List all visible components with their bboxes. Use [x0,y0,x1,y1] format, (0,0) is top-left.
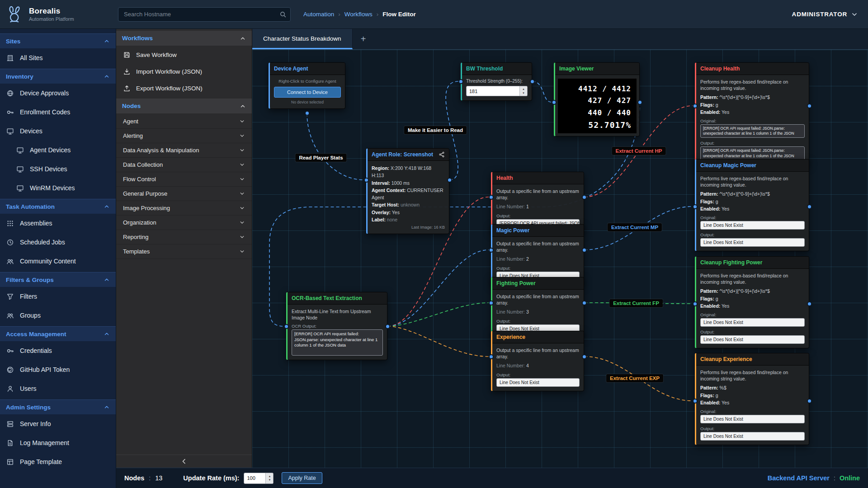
export-workflow-button[interactable]: Export Workflow (JSON) [116,80,252,97]
sidebar-item-server-info[interactable]: Server Info [0,414,116,433]
node-health[interactable]: Health Output a specific line from an up… [491,172,584,232]
sidebar-item-assemblies[interactable]: Assemblies [0,214,116,233]
node-category-data-analysis[interactable]: Data Analysis & Manipulation [116,143,252,158]
connection-handle[interactable] [582,300,587,305]
connection-handle[interactable] [489,248,494,253]
import-workflow-button[interactable]: Import Workflow (JSON) [116,63,252,80]
sidebar-item-community-content[interactable]: Community Content [0,252,116,271]
connection-handle[interactable] [284,324,289,329]
node-category-alerting[interactable]: Alerting [116,129,252,143]
sidebar-item-device-approvals[interactable]: Device Approvals [0,84,116,103]
spinner-up-icon[interactable]: ▲ [268,474,271,478]
connection-handle[interactable] [807,399,812,404]
user-menu[interactable]: ADMINISTRATOR [792,11,868,18]
section-sites[interactable]: Sites [0,33,116,48]
section-task-automation[interactable]: Task Automation [0,199,116,214]
connection-handle[interactable] [364,178,369,183]
node-ocr-text-extraction[interactable]: OCR-Based Text Extraction Extract Multi-… [286,292,387,360]
node-fighting-power[interactable]: Fighting Power Output a specific line fr… [491,277,584,338]
node-category-data-collection[interactable]: Data Collection [116,158,252,172]
node-category-image-processing[interactable]: Image Processing [116,201,252,216]
node-image-viewer[interactable]: Image Viewer 4412 / 4412 427 / 427 440 /… [554,62,640,136]
connection-handle[interactable] [693,103,698,108]
connection-handle[interactable] [693,399,698,404]
node-category-flow-control[interactable]: Flow Control [116,172,252,187]
section-filters-groups[interactable]: Filters & Groups [0,272,116,287]
node-category-templates[interactable]: Templates [116,244,252,259]
connection-handle[interactable] [693,301,698,306]
connection-handle[interactable] [582,354,587,359]
connection-handle[interactable] [807,103,812,108]
node-cleanup-health[interactable]: Cleanup Health Performs live regex-based… [695,62,809,165]
flow-canvas[interactable]: Device Agent Right-Click to Configure Ag… [252,50,868,468]
apply-rate-button[interactable]: Apply Rate [282,472,322,484]
edge-ocr-to-experience[interactable] [387,326,489,357]
node-category-reporting[interactable]: Reporting [116,230,252,244]
sidebar-item-log-management[interactable]: Log Management [0,433,116,452]
sidebar-item-ssh-devices[interactable]: SSH Devices [0,160,116,178]
connection-handle[interactable] [305,111,310,116]
edge-ocr-to-fighting[interactable] [387,303,489,326]
node-cleanup-magic-power[interactable]: Cleanup Magic Power Performs live regex-… [695,159,809,251]
edge-device-to-screenshot[interactable] [307,113,364,180]
node-cleanup-fighting-power[interactable]: Cleanup Fighting Power Performs live reg… [695,256,809,348]
connection-handle[interactable] [530,79,535,84]
share-icon[interactable] [439,151,445,158]
edge-ocr-to-magic[interactable] [387,250,489,326]
tab-character-status-breakdown[interactable]: Character Status Breakdown [252,29,353,49]
spinner-down-icon[interactable]: ▼ [522,91,525,95]
edge-threshold-to-viewer[interactable] [532,81,552,102]
node-magic-power[interactable]: Magic Power Output a specific line from … [491,224,584,285]
node-category-agent[interactable]: Agent [116,114,252,129]
section-inventory[interactable]: Inventory [0,69,116,84]
connection-handle[interactable] [489,195,494,200]
node-cleanup-experience[interactable]: Cleanup Experience Performs live regex-b… [695,353,809,445]
connect-to-device-button[interactable]: Connect to Device [274,87,341,98]
connection-handle[interactable] [582,248,587,253]
section-admin-settings[interactable]: Admin Settings [0,399,116,414]
connection-handle[interactable] [489,300,494,305]
breadcrumb-automation[interactable]: Automation [303,11,334,18]
sidebar-item-page-template[interactable]: Page Template [0,452,116,471]
sidebar-item-filters[interactable]: Filters [0,287,116,306]
sidebar-item-all-sites[interactable]: All Sites [0,48,116,67]
connection-handle[interactable] [552,100,557,105]
sidebar-item-github-api-token[interactable]: GitHub API Token [0,360,116,379]
sidebar-item-enrollment-codes[interactable]: Enrollment Codes [0,103,116,122]
sidebar-item-credentials[interactable]: Credentials [0,341,116,360]
sidebar-item-users[interactable]: Users [0,379,116,398]
number-spinner[interactable]: ▲ ▼ [265,473,273,483]
section-access-management[interactable]: Access Management [0,326,116,341]
breadcrumb-workflows[interactable]: Workflows [344,11,373,18]
node-device-agent[interactable]: Device Agent Right-Click to Configure Ag… [269,62,345,109]
node-category-organization[interactable]: Organization [116,216,252,230]
update-rate-input[interactable] [244,473,265,483]
connection-handle[interactable] [447,178,452,183]
save-workflow-button[interactable]: Save Workflow [116,47,252,63]
spinner-down-icon[interactable]: ▼ [268,478,271,482]
connection-handle[interactable] [385,324,390,329]
node-agent-role-screenshot[interactable]: Agent Role: Screenshot Region: X:200 Y:4… [366,148,449,234]
connection-handle[interactable] [807,204,812,209]
connection-handle[interactable] [637,100,642,105]
sidebar-item-groups[interactable]: Groups [0,306,116,325]
number-spinner[interactable]: ▲ ▼ [519,86,527,96]
connection-handle[interactable] [807,301,812,306]
search-input[interactable] [118,7,291,22]
connection-handle[interactable] [458,79,463,84]
node-experience[interactable]: Experience Output a specific line from a… [491,331,584,391]
connection-handle[interactable] [693,204,698,209]
sidebar-item-winrm-devices[interactable]: WinRM Devices [0,178,116,197]
connection-handle[interactable] [489,354,494,359]
node-bw-threshold[interactable]: BW Threshold Threshold Strength (0–255):… [461,62,532,101]
collapse-panel-button[interactable] [116,455,252,468]
threshold-input[interactable] [467,86,519,96]
sidebar-item-agent-devices[interactable]: Agent Devices [0,141,116,160]
spinner-up-icon[interactable]: ▲ [522,87,525,91]
nodes-header[interactable]: Nodes [116,99,252,113]
sidebar-item-scheduled-jobs[interactable]: Scheduled Jobs [0,233,116,252]
node-category-general-purpose[interactable]: General Purpose [116,187,252,201]
sidebar-item-devices[interactable]: Devices [0,122,116,141]
connection-handle[interactable] [582,195,587,200]
workflows-header[interactable]: Workflows [116,31,252,46]
